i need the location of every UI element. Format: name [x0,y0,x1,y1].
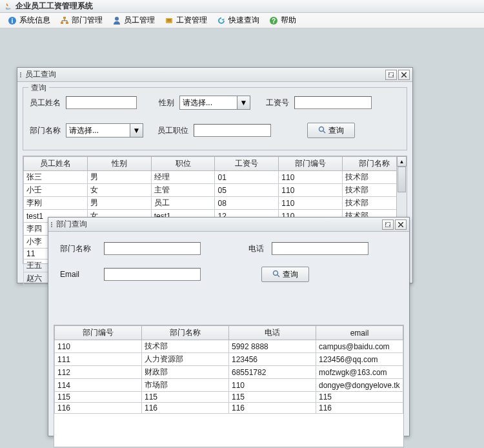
search-button[interactable]: 查询 [307,123,355,138]
table-row[interactable]: 111人力资源部123456123456@qq.com [55,353,403,366]
cell: 主管 [151,184,215,197]
menu-label: 系统信息 [19,15,50,26]
chevron-down-icon[interactable]: ▼ [237,96,250,110]
menu-label: 部门管理 [72,15,103,26]
cell: 技术部 [142,340,229,353]
menu-label: 快速查询 [228,15,259,26]
table-row[interactable]: 李刚男员工08110技术部 [24,197,407,210]
menubar: i 系统信息 部门管理 员工管理 工资管理 快速查询 ? 帮助 [0,13,484,28]
column-header[interactable]: 部门编号 [279,157,343,171]
query-fieldset: 查询 员工姓名 性别 请选择... ▼ 工资号 部门名称 请选择... ▼ [23,87,407,150]
close-button[interactable] [395,219,407,230]
svg-rect-3 [61,22,63,24]
dept-combo[interactable]: 请选择... ▼ [66,123,143,137]
close-button[interactable] [398,70,410,80]
menu-label: 工资管理 [176,15,207,26]
cell: 116 [316,403,403,414]
svg-text:?: ? [272,17,276,25]
gender-combo[interactable]: 请选择... ▼ [179,96,250,110]
dept-name-input[interactable] [104,242,201,255]
cell: dongye@dongyelove.tk [316,379,403,392]
label-email: Email [60,270,96,279]
svg-text:i: i [12,17,14,25]
table-row[interactable]: 小壬女主管05110技术部 [24,184,407,197]
window-title: 部门查询 [56,219,382,230]
table-row[interactable]: 116116116116 [55,403,403,414]
menu-system-info[interactable]: i 系统信息 [4,15,54,26]
maximize-button[interactable] [385,70,397,80]
department-table: 部门编号部门名称电话email 110技术部5992 8888campus@ba… [54,325,403,414]
scroll-up-icon[interactable]: ▲ [397,156,407,167]
column-header[interactable]: 电话 [229,326,316,340]
chevron-down-icon[interactable]: ▼ [130,123,143,137]
grip-icon [51,222,52,227]
svg-rect-2 [63,17,66,19]
cell: 115 [55,392,142,403]
cell: 115 [229,392,316,403]
svg-rect-13 [385,222,390,227]
email-input[interactable] [104,268,201,281]
position-input[interactable] [194,124,271,137]
cell: 人力资源部 [142,353,229,366]
label-gender: 性别 [159,97,174,108]
combo-value: 请选择... [66,123,130,137]
money-icon [164,15,174,26]
table-row[interactable]: 张三男经理01110技术部 [24,171,407,184]
column-header[interactable]: email [316,326,403,340]
column-header[interactable]: 部门编号 [55,326,142,340]
svg-rect-7 [167,19,171,20]
department-query-window: 部门查询 部门名称 电话 Email 查询 [48,217,410,436]
table-row[interactable]: 110技术部5992 8888campus@baidu.com [55,340,403,353]
menu-dept-mgmt[interactable]: 部门管理 [56,15,106,26]
refresh-icon [216,15,227,26]
window-title: 员工查询 [25,69,385,80]
cell: 116 [142,403,229,414]
cell: 员工 [151,197,215,210]
column-header[interactable]: 职位 [151,157,215,171]
column-header[interactable]: 工资号 [215,157,279,171]
cell: 123456 [229,353,316,366]
menu-salary-mgmt[interactable]: 工资管理 [161,15,210,26]
search-button[interactable]: 查询 [261,267,309,282]
cell: 110 [279,184,343,197]
table-row[interactable]: 114市场部110dongye@dongyelove.tk [55,379,403,392]
cell: 经理 [151,171,215,184]
button-label: 查询 [283,269,298,280]
app-title: 企业员工工资管理系统 [15,1,93,12]
grip-icon [20,72,21,77]
window-titlebar[interactable]: 部门查询 [48,218,409,232]
menu-quick-query[interactable]: 快速查询 [213,15,263,26]
salary-id-input[interactable] [294,96,372,109]
scroll-thumb[interactable] [398,167,406,192]
svg-rect-8 [167,21,171,21]
cell: 123456@qq.com [316,353,403,366]
cell: 男 [87,171,151,184]
table-row[interactable]: 115115115115 [55,392,403,403]
maximize-button[interactable] [382,219,394,230]
cell: mofzwgk@163.com [316,366,403,379]
app-titlebar: 企业员工工资管理系统 [0,0,484,13]
emp-name-input[interactable] [66,96,137,109]
dept-query-form: 部门名称 电话 Email 查询 [48,232,409,299]
cell: 张三 [24,171,88,184]
cell: 68551782 [229,366,316,379]
cell: 男 [87,197,151,210]
column-header[interactable]: 员工姓名 [24,157,88,171]
window-titlebar[interactable]: 员工查询 [17,68,412,82]
cell: 112 [55,366,142,379]
cell: 115 [142,392,229,403]
help-icon: ? [268,15,279,26]
menu-emp-mgmt[interactable]: 员工管理 [108,15,158,26]
cell: 111 [55,353,142,366]
menu-label: 员工管理 [124,15,155,26]
column-header[interactable]: 部门名称 [142,326,229,340]
table-row[interactable]: 112财政部68551782mofzwgk@163.com [55,366,403,379]
search-icon [318,126,326,136]
phone-input[interactable] [272,242,368,255]
column-header[interactable]: 性别 [87,157,151,171]
label-phone: 电话 [248,243,264,254]
svg-rect-4 [66,22,68,24]
menu-help[interactable]: ? 帮助 [265,15,299,26]
svg-point-5 [115,17,119,21]
menu-label: 帮助 [281,15,296,26]
